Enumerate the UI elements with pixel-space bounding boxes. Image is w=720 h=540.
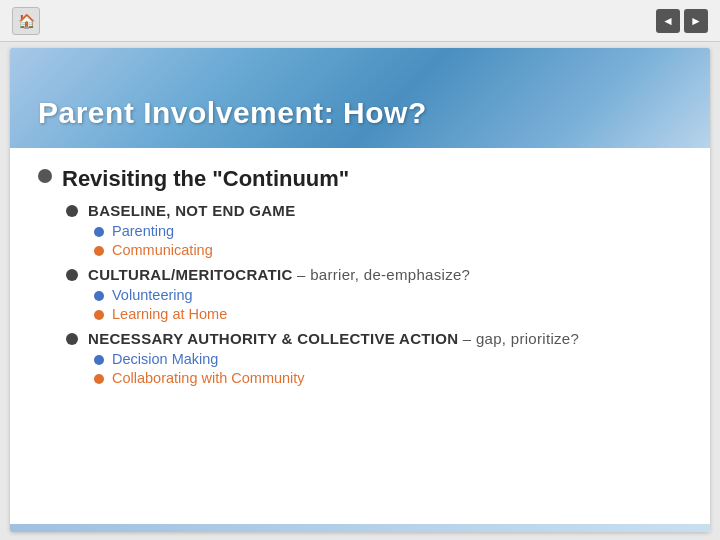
section-necessary-dot bbox=[66, 333, 78, 345]
item-text: Learning at Home bbox=[112, 306, 227, 322]
item-dot bbox=[94, 227, 104, 237]
home-icon: 🏠 bbox=[18, 13, 35, 29]
item-dot bbox=[94, 246, 104, 256]
item-dot bbox=[94, 355, 104, 365]
window: 🏠 ◄ ► Parent Involvement: How? Revisitin… bbox=[0, 0, 720, 540]
section-necessary-title: NECESSARY AUTHORITY & COLLECTIVE ACTION … bbox=[88, 330, 579, 347]
necessary-label-part2: – gap, prioritize? bbox=[458, 330, 579, 347]
list-item: Learning at Home bbox=[94, 306, 682, 322]
title-bar-right: ◄ ► bbox=[656, 9, 708, 33]
section-necessary: NECESSARY AUTHORITY & COLLECTIVE ACTION … bbox=[66, 330, 682, 386]
list-item: Communicating bbox=[94, 242, 682, 258]
main-bullet-dot bbox=[38, 169, 52, 183]
item-text: Volunteering bbox=[112, 287, 193, 303]
section-baseline-items: Parenting Communicating bbox=[94, 223, 682, 258]
slide-content: Revisiting the "Continuum" BASELINE, NOT… bbox=[10, 148, 710, 524]
list-item: Collaborating with Community bbox=[94, 370, 682, 386]
list-item: Decision Making bbox=[94, 351, 682, 367]
section-baseline: BASELINE, NOT END GAME Parenting Communi… bbox=[66, 202, 682, 258]
necessary-label-part1: NECESSARY AUTHORITY & COLLECTIVE ACTION bbox=[88, 330, 458, 347]
item-dot bbox=[94, 310, 104, 320]
slide: Parent Involvement: How? Revisiting the … bbox=[10, 48, 710, 532]
item-text: Collaborating with Community bbox=[112, 370, 305, 386]
title-bar-left: 🏠 bbox=[12, 7, 40, 35]
slide-footer bbox=[10, 524, 710, 532]
section-cultural-dot bbox=[66, 269, 78, 281]
next-icon: ► bbox=[690, 14, 702, 28]
section-cultural-items: Volunteering Learning at Home bbox=[94, 287, 682, 322]
section-cultural-header: CULTURAL/MERITOCRATIC – barrier, de-emph… bbox=[66, 266, 682, 283]
section-cultural: CULTURAL/MERITOCRATIC – barrier, de-emph… bbox=[66, 266, 682, 322]
section-baseline-dot bbox=[66, 205, 78, 217]
section-necessary-items: Decision Making Collaborating with Commu… bbox=[94, 351, 682, 386]
item-dot bbox=[94, 291, 104, 301]
section-baseline-header: BASELINE, NOT END GAME bbox=[66, 202, 682, 219]
slide-title: Parent Involvement: How? bbox=[38, 96, 427, 130]
item-dot bbox=[94, 374, 104, 384]
list-item: Volunteering bbox=[94, 287, 682, 303]
section-cultural-title: CULTURAL/MERITOCRATIC – barrier, de-emph… bbox=[88, 266, 470, 283]
item-text: Parenting bbox=[112, 223, 174, 239]
main-bullet: Revisiting the "Continuum" bbox=[38, 166, 682, 192]
home-button[interactable]: 🏠 bbox=[12, 7, 40, 35]
list-item: Parenting bbox=[94, 223, 682, 239]
item-text: Communicating bbox=[112, 242, 213, 258]
prev-button[interactable]: ◄ bbox=[656, 9, 680, 33]
section-necessary-header: NECESSARY AUTHORITY & COLLECTIVE ACTION … bbox=[66, 330, 682, 347]
slide-header: Parent Involvement: How? bbox=[10, 48, 710, 148]
item-text: Decision Making bbox=[112, 351, 218, 367]
title-bar: 🏠 ◄ ► bbox=[0, 0, 720, 42]
cultural-label-part2: – barrier, de-emphasize? bbox=[293, 266, 471, 283]
cultural-label-part1: CULTURAL/MERITOCRATIC bbox=[88, 266, 293, 283]
next-button[interactable]: ► bbox=[684, 9, 708, 33]
main-bullet-text: Revisiting the "Continuum" bbox=[62, 166, 349, 192]
section-baseline-title: BASELINE, NOT END GAME bbox=[88, 202, 295, 219]
prev-icon: ◄ bbox=[662, 14, 674, 28]
